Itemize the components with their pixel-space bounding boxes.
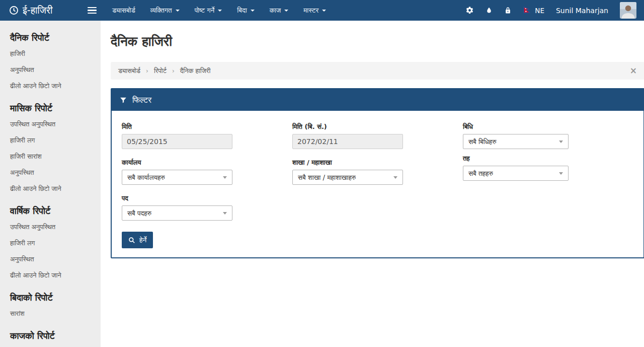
level-select[interactable]: सबै तहहरु bbox=[463, 166, 569, 181]
date-ad-label: मिति bbox=[122, 123, 292, 131]
office-select[interactable]: सबै कार्यालयहरु bbox=[122, 170, 232, 185]
language-code: NE bbox=[535, 7, 544, 15]
branch-label: शाखा / महाशाखा bbox=[292, 159, 463, 167]
nav-post[interactable]: पोष्ट गर्ने bbox=[187, 0, 230, 21]
method-label: बिधि bbox=[463, 123, 633, 131]
field-post: पद सबै पदहरु bbox=[122, 194, 292, 221]
sidebar-item-work-summary[interactable]: सारांश bbox=[10, 344, 91, 347]
breadcrumb-current: दैनिक हाजिरी bbox=[180, 67, 211, 75]
branch-select[interactable]: सबै शाखा / महाशाखाहरु bbox=[292, 170, 403, 185]
chevron-down-icon bbox=[218, 10, 222, 14]
sidebar-item-daily-late[interactable]: ढीलो आउने छिटो जाने bbox=[10, 78, 91, 94]
post-select[interactable]: सबै पदहरु bbox=[122, 205, 232, 221]
chevron-down-icon bbox=[251, 10, 255, 14]
sidebar-section-work: काजको रिपोर्ट सारांश bbox=[10, 330, 91, 347]
menu-icon[interactable] bbox=[88, 7, 97, 14]
chevron-down-icon bbox=[559, 141, 563, 145]
breadcrumb-dashboard[interactable]: ड्यासबोर्ड bbox=[118, 67, 140, 75]
clock-icon bbox=[9, 6, 19, 15]
sidebar-item-leave-summary[interactable]: सारांश bbox=[10, 306, 91, 322]
reports-sidebar: दैनिक रिपोर्ट हाजिरी अनुपस्थित ढीलो आउने… bbox=[0, 21, 101, 347]
lock-icon[interactable] bbox=[504, 6, 512, 15]
user-menu[interactable]: Sunil Maharjan bbox=[556, 7, 608, 15]
close-icon[interactable]: × bbox=[630, 66, 637, 75]
nav-master[interactable]: मास्टर bbox=[296, 0, 334, 21]
sidebar-item-yearly-absent[interactable]: अनुपस्थित bbox=[10, 251, 91, 267]
page-title: दैनिक हाजिरी bbox=[111, 34, 644, 49]
water-drop-icon[interactable] bbox=[486, 6, 493, 15]
filter-panel-title: फिल्टर bbox=[132, 95, 151, 105]
sidebar-section-leave: बिदाको रिपोर्ट सारांश bbox=[10, 292, 91, 322]
main-content: दैनिक हाजिरी ड्यासबोर्ड › रिपोर्ट › दैनि… bbox=[101, 21, 644, 347]
filter-funnel-icon bbox=[120, 97, 127, 104]
user-avatar[interactable] bbox=[620, 2, 636, 19]
field-date-ad: मिति bbox=[122, 123, 292, 149]
nepal-flag-icon bbox=[523, 6, 531, 15]
date-ad-input[interactable] bbox=[122, 134, 232, 149]
nav-dashboard[interactable]: ड्यासबोर्ड bbox=[105, 0, 143, 21]
sidebar-item-monthly-log[interactable]: हाजिरी लग bbox=[10, 132, 91, 149]
sidebar-item-yearly-present-absent[interactable]: उपस्थित अनुपस्थित bbox=[10, 219, 91, 235]
level-label: तह bbox=[463, 155, 633, 163]
nav-leave[interactable]: बिदा bbox=[229, 0, 262, 21]
sidebar-section-yearly: वार्षिक रिपोर्ट उपस्थित अनुपस्थित हाजिरी… bbox=[10, 205, 91, 284]
field-office: कार्यालय सबै कार्यालयहरु bbox=[122, 159, 292, 185]
filter-panel-header: फिल्टर bbox=[112, 89, 643, 111]
filter-column-1: मिति कार्यालय सबै कार्यालयहरु पद सबै bbox=[122, 123, 292, 248]
breadcrumb: ड्यासबोर्ड › रिपोर्ट › दैनिक हाजिरी × bbox=[111, 62, 644, 80]
breadcrumb-separator: › bbox=[146, 67, 148, 75]
sidebar-item-monthly-absent[interactable]: अनुपस्थित bbox=[10, 165, 91, 181]
office-label: कार्यालय bbox=[122, 159, 292, 167]
filter-form: मिति कार्यालय सबै कार्यालयहरु पद सबै bbox=[112, 111, 643, 257]
field-level: तह सबै तहहरु bbox=[463, 155, 633, 181]
app-brand[interactable]: ई-हाजिरी bbox=[0, 5, 85, 16]
sidebar-item-yearly-log[interactable]: हाजिरी लग bbox=[10, 235, 91, 251]
navbar-right: NE Sunil Maharjan bbox=[465, 2, 644, 19]
breadcrumb-report[interactable]: रिपोर्ट bbox=[154, 67, 167, 75]
field-method: बिधि सबै बिधिहरु bbox=[463, 123, 633, 149]
field-branch: शाखा / महाशाखा सबै शाखा / महाशाखाहरु bbox=[292, 159, 463, 185]
nav-work[interactable]: काज bbox=[262, 0, 296, 21]
sidebar-heading: बिदाको रिपोर्ट bbox=[10, 292, 91, 303]
sidebar-heading: दैनिक रिपोर्ट bbox=[10, 32, 91, 43]
post-label: पद bbox=[122, 194, 292, 202]
breadcrumb-separator: › bbox=[172, 67, 175, 75]
brand-title: ई-हाजिरी bbox=[23, 5, 52, 16]
sidebar-item-daily-absent[interactable]: अनुपस्थित bbox=[10, 62, 91, 78]
chevron-down-icon bbox=[223, 176, 227, 181]
main-nav: ड्यासबोर्ड व्यक्तिगत पोष्ट गर्ने बिदा का… bbox=[105, 0, 334, 21]
sidebar-item-monthly-summary[interactable]: हाजिरी सारांश bbox=[10, 149, 91, 165]
chevron-down-icon bbox=[322, 10, 326, 14]
sidebar-heading: मासिक रिपोर्ट bbox=[10, 103, 91, 114]
sidebar-item-monthly-late[interactable]: ढीलो आउने छिटो जाने bbox=[10, 181, 91, 197]
page-layout: दैनिक रिपोर्ट हाजिरी अनुपस्थित ढीलो आउने… bbox=[0, 21, 644, 347]
chevron-down-icon bbox=[284, 10, 288, 14]
chevron-down-icon bbox=[393, 176, 397, 181]
nav-personal[interactable]: व्यक्तिगत bbox=[143, 0, 187, 21]
date-bs-input[interactable] bbox=[292, 134, 403, 149]
sidebar-section-daily: दैनिक रिपोर्ट हाजिरी अनुपस्थित ढीलो आउने… bbox=[10, 32, 91, 94]
method-select[interactable]: सबै बिधिहरु bbox=[463, 134, 569, 149]
field-date-bs: मिति (बि. सं.) bbox=[292, 123, 463, 149]
view-button[interactable]: हेर्ने bbox=[122, 232, 153, 248]
top-navbar: ई-हाजिरी ड्यासबोर्ड व्यक्तिगत पोष्ट गर्न… bbox=[0, 0, 644, 21]
settings-icon[interactable] bbox=[465, 6, 474, 15]
sidebar-item-yearly-late[interactable]: ढीलो आउने छिटो जाने bbox=[10, 267, 91, 284]
sidebar-item-daily-attendance[interactable]: हाजिरी bbox=[10, 46, 91, 62]
chevron-down-icon bbox=[223, 212, 227, 217]
search-icon bbox=[128, 237, 135, 244]
sidebar-section-monthly: मासिक रिपोर्ट उपस्थित अनुपस्थित हाजिरी ल… bbox=[10, 103, 91, 197]
filter-panel: फिल्टर मिति कार्यालय सबै कार्यालयहरु bbox=[111, 88, 644, 258]
sidebar-heading: काजको रिपोर्ट bbox=[10, 330, 91, 341]
filter-column-3: बिधि सबै बिधिहरु तह सबै तहहरु bbox=[463, 123, 633, 248]
sidebar-heading: वार्षिक रिपोर्ट bbox=[10, 205, 91, 217]
language-switcher[interactable]: NE bbox=[523, 6, 544, 15]
sidebar-item-monthly-present-absent[interactable]: उपस्थित अनुपस्थित bbox=[10, 116, 91, 132]
chevron-down-icon bbox=[176, 10, 180, 14]
date-bs-label: मिति (बि. सं.) bbox=[292, 123, 463, 131]
chevron-down-icon bbox=[559, 172, 563, 177]
filter-column-2: मिति (बि. सं.) शाखा / महाशाखा सबै शाखा /… bbox=[292, 123, 463, 248]
